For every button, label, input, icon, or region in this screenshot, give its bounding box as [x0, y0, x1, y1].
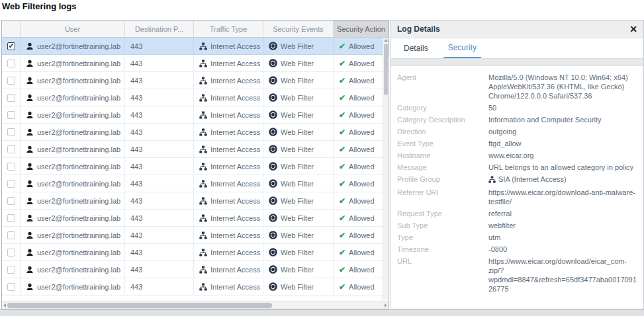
row-checkbox[interactable]	[7, 266, 15, 274]
table-row[interactable]: user2@fortinettraining.lab 443 Internet …	[2, 158, 389, 175]
allowed-check-icon: ✔	[339, 110, 345, 120]
table-row[interactable]: user2@fortinettraining.lab 443 Internet …	[2, 175, 389, 192]
scroll-left-icon[interactable]	[3, 303, 6, 307]
sitemap-icon	[199, 231, 207, 239]
table-row[interactable]: user2@fortinettraining.lab 443 Internet …	[2, 124, 389, 141]
scroll-up-icon[interactable]	[384, 39, 388, 42]
security-event-cell-text: Web Filter	[281, 145, 314, 153]
field-value: -0800	[488, 245, 637, 254]
log-table: User Destination P... Traffic Type Secur…	[1, 20, 389, 309]
field-label: Timezone	[397, 245, 488, 254]
table-row[interactable]: user2@fortinettraining.lab 443 Internet …	[2, 278, 389, 296]
field-value: https://www.eicar.org/download-anti-malw…	[488, 188, 637, 206]
web-filter-icon	[269, 282, 277, 291]
table-row[interactable]: user2@fortinettraining.lab 443 Internet …	[2, 261, 389, 278]
row-checkbox[interactable]	[7, 111, 15, 119]
field-label: Category	[397, 103, 488, 112]
destination-port-cell: 443	[130, 42, 142, 50]
security-action-cell-text: Allowed	[349, 231, 375, 239]
sitemap-icon	[199, 180, 207, 188]
security-event-cell-text: Web Filter	[281, 111, 314, 119]
security-action-cell-text: Allowed	[349, 42, 375, 50]
column-header[interactable]: Destination P...	[125, 20, 194, 37]
user-cell-text: user2@fortinettraining.lab	[37, 111, 120, 119]
user-cell-text: user2@fortinettraining.lab	[37, 283, 120, 291]
log-detail-field: Category Description Information and Com…	[397, 115, 637, 124]
tab-details[interactable]: Details	[399, 38, 433, 58]
security-action-cell-text: Allowed	[349, 249, 375, 257]
horizontal-scrollbar-thumb[interactable]	[7, 303, 272, 308]
table-row[interactable]: user2@fortinettraining.lab 443 Internet …	[2, 244, 389, 261]
table-row[interactable]: user2@fortinettraining.lab 443 Internet …	[2, 55, 389, 72]
row-checkbox[interactable]	[7, 128, 15, 136]
table-row[interactable]: user2@fortinettraining.lab 443 Internet …	[2, 210, 389, 227]
field-value: URL belongs to an allowed category in po…	[488, 163, 637, 172]
column-header[interactable]	[2, 20, 21, 37]
sitemap-icon	[199, 266, 207, 274]
table-row[interactable]: user2@fortinettraining.lab 443 Internet …	[2, 106, 389, 124]
sitemap-icon	[199, 42, 207, 50]
field-value: outgoing	[488, 127, 637, 136]
table-row[interactable]: user2@fortinettraining.lab 443 Internet …	[2, 38, 389, 55]
destination-port-cell: 443	[130, 249, 142, 257]
scroll-right-icon[interactable]	[385, 303, 387, 307]
row-checkbox[interactable]	[7, 214, 15, 222]
column-header[interactable]: Security Action	[334, 20, 389, 37]
traffic-type-cell-text: Internet Access	[210, 94, 260, 102]
allowed-check-icon: ✔	[339, 214, 345, 223]
user-cell-text: user2@fortinettraining.lab	[37, 163, 120, 171]
log-detail-field: Request Type referral	[397, 209, 637, 218]
row-checkbox[interactable]	[7, 42, 15, 50]
web-filter-icon	[269, 214, 277, 222]
row-checkbox[interactable]	[7, 145, 15, 153]
traffic-type-cell-text: Internet Access	[210, 231, 260, 239]
web-filter-icon	[269, 59, 277, 67]
column-header[interactable]: User	[21, 20, 125, 37]
sitemap-icon	[199, 145, 207, 153]
table-row[interactable]: user2@fortinettraining.lab 443 Internet …	[2, 227, 389, 244]
row-checkbox[interactable]	[7, 283, 15, 291]
sitemap-icon	[488, 176, 496, 185]
row-checkbox[interactable]	[7, 163, 15, 171]
traffic-type-cell-text: Internet Access	[210, 266, 260, 274]
vertical-scrollbar-thumb[interactable]	[384, 44, 388, 95]
close-icon[interactable]: ✕	[629, 24, 637, 34]
tab-security[interactable]: Security	[443, 38, 481, 58]
user-cell-text: user2@fortinettraining.lab	[37, 266, 120, 274]
table-row[interactable]: user2@fortinettraining.lab 443 Internet …	[2, 192, 389, 210]
field-value-text: https://www.eicar.org/download-anti-malw…	[488, 188, 635, 206]
column-header[interactable]: Traffic Type	[194, 20, 263, 37]
table-row[interactable]: user2@fortinettraining.lab 443 Internet …	[2, 141, 389, 158]
user-cell-text: user2@fortinettraining.lab	[37, 214, 120, 222]
row-checkbox[interactable]	[7, 197, 15, 205]
row-checkbox[interactable]	[7, 249, 15, 257]
allowed-check-icon: ✔	[339, 248, 345, 257]
security-action-cell-text: Allowed	[349, 128, 375, 136]
user-cell-text: user2@fortinettraining.lab	[37, 249, 120, 257]
vertical-scrollbar[interactable]	[383, 38, 388, 300]
destination-port-cell: 443	[130, 231, 142, 239]
destination-port-cell: 443	[130, 94, 142, 102]
column-label: User	[65, 25, 80, 33]
user-icon	[26, 283, 34, 291]
table-row[interactable]: user2@fortinettraining.lab 443 Internet …	[2, 72, 389, 89]
row-checkbox[interactable]	[7, 94, 15, 102]
field-value-text: URL belongs to an allowed category in po…	[488, 163, 633, 171]
table-row[interactable]: user2@fortinettraining.lab 443 Internet …	[2, 89, 389, 106]
row-checkbox[interactable]	[7, 59, 15, 67]
horizontal-scrollbar[interactable]	[2, 301, 389, 309]
user-icon	[26, 249, 34, 257]
table-header-row: User Destination P... Traffic Type Secur…	[2, 20, 389, 38]
field-value: Information and Computer Security	[488, 115, 637, 124]
row-checkbox[interactable]	[7, 77, 15, 85]
field-value-text: outgoing	[488, 128, 516, 136]
row-checkbox[interactable]	[7, 231, 15, 239]
sitemap-icon	[199, 197, 207, 205]
traffic-type-cell-text: Internet Access	[210, 249, 260, 257]
security-event-cell-text: Web Filter	[281, 128, 314, 136]
row-checkbox[interactable]	[7, 180, 15, 188]
column-header[interactable]: Security Events	[263, 20, 334, 37]
field-value-text: -0800	[488, 245, 507, 253]
field-label: Direction	[397, 127, 488, 136]
traffic-type-cell-text: Internet Access	[210, 111, 260, 119]
